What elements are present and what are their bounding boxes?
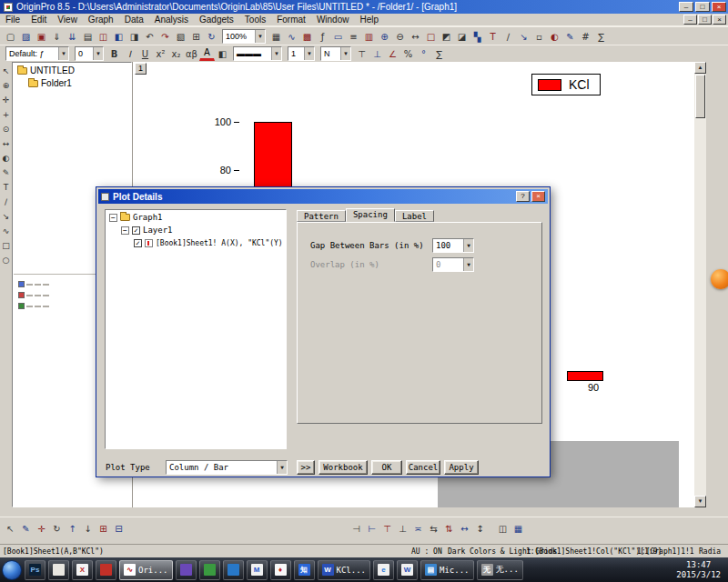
scroll-up-button[interactable]: ▲ — [694, 62, 706, 74]
menu-item[interactable]: Format — [271, 14, 311, 25]
project-root-item[interactable]: UNTITLED — [13, 63, 131, 75]
line-width-combo[interactable]: 1 ▼ — [288, 46, 315, 61]
project-folder-item[interactable]: Folder1 — [13, 75, 131, 88]
dialog-tab[interactable]: Label — [395, 210, 434, 222]
start-button[interactable] — [2, 560, 22, 580]
scroll-thumb[interactable] — [695, 75, 705, 118]
print-button[interactable]: ▤ — [80, 29, 96, 44]
tree-item-graph1[interactable]: − Graph1 — [106, 210, 286, 223]
angle-button[interactable]: ∠ — [385, 46, 400, 61]
screen-reader-tool[interactable]: + — [0, 108, 12, 123]
pan-tool[interactable]: ✛ — [0, 94, 12, 108]
uniform-width-button[interactable]: ↔ — [457, 521, 472, 536]
taskbar-photoshop[interactable]: Ps — [25, 560, 46, 580]
distribute-v-button[interactable]: ⇅ — [441, 521, 457, 536]
taskbar-zhihu[interactable]: 知 — [294, 560, 315, 580]
taskbar-word[interactable]: W — [397, 560, 418, 580]
taskbar-word-kcl[interactable]: WKCl... — [318, 560, 371, 580]
degree-button[interactable]: ° — [416, 46, 431, 61]
mask-tool[interactable]: ◐ — [0, 152, 12, 166]
tree-item-layer1[interactable]: − ✓ Layer1 — [106, 223, 286, 236]
move-object-button[interactable]: ✛ — [34, 521, 49, 536]
align-top-edge-button[interactable]: ⊤ — [379, 521, 395, 536]
new-layout-button[interactable]: ▭ — [330, 29, 346, 44]
align-top-button[interactable]: ⊤ — [354, 46, 369, 61]
explorer-item[interactable] — [18, 281, 49, 287]
arrow-tool[interactable]: ↘ — [0, 210, 12, 225]
dialog-close-button[interactable]: × — [531, 191, 545, 202]
save-project-button[interactable]: ▣ — [34, 29, 49, 44]
taskbar-wu[interactable]: 无无... — [477, 560, 523, 580]
child-minimize-button[interactable]: – — [683, 15, 697, 25]
object-manager-button[interactable]: ▦ — [511, 521, 526, 536]
menu-item[interactable]: Tools — [239, 14, 271, 25]
taskbar-clock[interactable]: 13:47 2015/3/12 — [676, 560, 724, 580]
align-left-button[interactable]: ⊣ — [349, 521, 364, 536]
new-excel-button[interactable]: ▥ — [361, 29, 377, 44]
data-selector-tool[interactable]: ↔ — [0, 137, 12, 152]
collapse-icon[interactable]: − — [121, 226, 129, 235]
add-text-button[interactable]: T — [485, 29, 500, 44]
import-wizard-button[interactable]: ⇊ — [65, 29, 80, 44]
group-button[interactable]: ⊞ — [96, 521, 111, 536]
send-back-button[interactable]: ↓ — [80, 521, 96, 536]
align-right-button[interactable]: ⊢ — [364, 521, 379, 536]
format-brush-button[interactable]: ✎ — [562, 29, 578, 44]
distribute-h-button[interactable]: ⇆ — [426, 521, 441, 536]
new-function-button[interactable]: ƒ — [315, 29, 330, 44]
fill-pattern-combo[interactable]: N ▼ — [320, 46, 351, 61]
taskbar-app-5[interactable] — [223, 560, 244, 580]
child-restore-button[interactable]: □ — [698, 15, 712, 25]
taskbar-app-4[interactable] — [199, 560, 220, 580]
bring-front-button[interactable]: ↑ — [65, 521, 80, 536]
font-color-button[interactable]: A — [199, 46, 215, 61]
window-maximize-button[interactable]: □ — [695, 2, 710, 12]
redo-button[interactable]: ↷ — [157, 29, 173, 44]
rectangle-tool[interactable]: □ — [0, 239, 12, 254]
draw-tool[interactable]: ✎ — [0, 166, 12, 181]
line-tool[interactable]: ∕ — [0, 196, 12, 210]
percent-button[interactable]: % — [400, 46, 416, 61]
sum-button[interactable]: ∑ — [431, 46, 447, 61]
new-graph-button[interactable]: ∿ — [284, 29, 299, 44]
plot-type-combo[interactable]: Column / Bar ▼ — [166, 460, 288, 475]
underline-button[interactable]: U — [137, 46, 153, 61]
new-matrix-button[interactable]: ▩ — [299, 29, 315, 44]
snap-grid-button[interactable]: # — [578, 29, 593, 44]
paste-button[interactable]: ◨ — [126, 29, 142, 44]
layer-checkbox[interactable]: ✓ — [132, 226, 140, 235]
merge-layers-button[interactable]: ▚ — [470, 29, 485, 44]
taskbar-origin[interactable]: ∿Ori... — [119, 560, 173, 580]
window-minimize-button[interactable]: – — [679, 2, 693, 12]
scroll-down-button[interactable]: ▼ — [694, 496, 706, 507]
kcl-bar-base[interactable] — [567, 371, 603, 381]
uniform-height-button[interactable]: ↕ — [472, 521, 488, 536]
float-ball[interactable] — [711, 269, 728, 289]
rescale-button[interactable]: ↔ — [408, 29, 423, 44]
ungroup-button[interactable]: ⊟ — [111, 521, 126, 536]
add-line-button[interactable]: ∕ — [500, 29, 516, 44]
copy-button[interactable]: ◧ — [111, 29, 126, 44]
dialog-help-button[interactable]: ? — [516, 191, 530, 202]
taskbar-xps[interactable]: X — [72, 560, 93, 580]
dialog-tab[interactable]: Spacing — [346, 208, 395, 222]
extract-layer-button[interactable]: ◪ — [454, 29, 470, 44]
undo-button[interactable]: ↶ — [142, 29, 157, 44]
script-window-button[interactable]: ∑ — [593, 29, 609, 44]
new-project-button[interactable]: ▢ — [3, 29, 18, 44]
curve-tool[interactable]: ∿ — [0, 225, 12, 239]
zoom-in-tool[interactable]: ⊕ — [0, 79, 12, 94]
ok-button[interactable]: OK — [371, 460, 402, 475]
collapse-icon[interactable]: − — [109, 214, 117, 222]
text-tool[interactable]: T — [0, 181, 12, 196]
print-preview-button[interactable]: ◫ — [96, 29, 111, 44]
dialog-tab[interactable]: Pattern — [297, 210, 346, 222]
add-layer-button[interactable]: ◩ — [439, 29, 454, 44]
import-ascii-button[interactable]: ⇓ — [49, 29, 65, 44]
new-folder-button[interactable]: ▧ — [173, 29, 188, 44]
layer-badge[interactable]: 1 — [135, 63, 147, 75]
taskbar-app-1[interactable] — [48, 560, 69, 580]
duplicate-window-button[interactable]: ⊞ — [188, 29, 204, 44]
taskbar-ie[interactable]: e — [373, 560, 394, 580]
ellipse-tool[interactable]: ○ — [0, 254, 12, 268]
